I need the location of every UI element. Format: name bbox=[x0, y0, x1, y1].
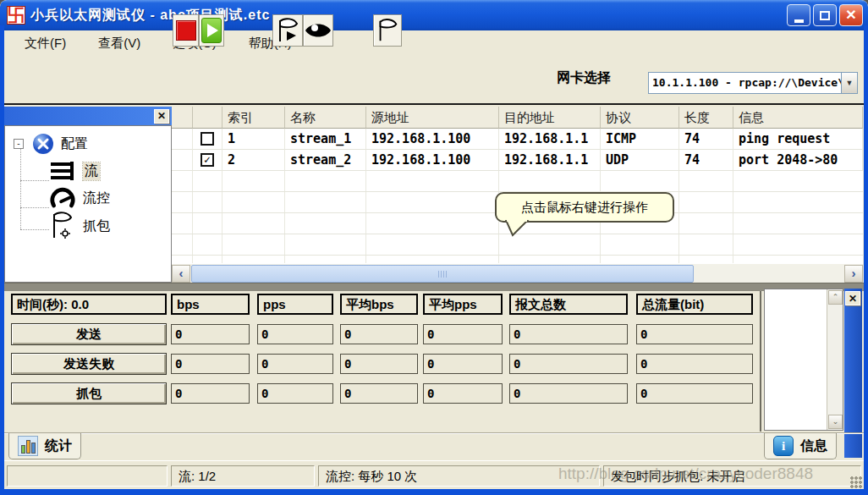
tree-connector bbox=[20, 180, 49, 181]
fail-avg-bps: 0 bbox=[340, 354, 418, 374]
col-header-blank bbox=[172, 107, 193, 129]
globe-tools-icon bbox=[32, 133, 54, 155]
col-header-index: 索引 bbox=[222, 107, 285, 129]
tree-connector bbox=[20, 207, 49, 208]
tree-expand-icon[interactable]: - bbox=[14, 139, 24, 149]
info-panel-close-button[interactable]: ✕ bbox=[845, 291, 860, 305]
capture-row-button[interactable]: 抓包 bbox=[11, 382, 167, 404]
scroll-up-button[interactable]: ⌃ bbox=[828, 290, 843, 305]
col-header-dst: 目的地址 bbox=[499, 107, 601, 129]
horizontal-splitter[interactable] bbox=[4, 283, 864, 291]
app-logo-icon: 卐 bbox=[7, 6, 25, 25]
send-row-button[interactable]: 发送 bbox=[11, 323, 167, 345]
info-vscrollbar[interactable]: ⌃ ⌄ bbox=[827, 289, 843, 430]
start-icon bbox=[201, 18, 222, 43]
col-header-src: 源地址 bbox=[366, 107, 499, 129]
windsock-play-icon bbox=[274, 17, 301, 44]
cap-total-bits: 0 bbox=[636, 383, 753, 404]
tree-node-flow-control[interactable]: 流控 bbox=[49, 187, 110, 210]
nic-select-value: 10.1.1.100 - rpcap://\Device\N bbox=[649, 73, 841, 93]
stream-1-checkbox[interactable] bbox=[201, 132, 214, 146]
fail-total-bits: 0 bbox=[636, 354, 753, 374]
tree-node-config[interactable]: - 配置 bbox=[14, 133, 88, 155]
stop-icon bbox=[176, 20, 196, 41]
cell-index: 2 bbox=[222, 150, 285, 171]
table-row[interactable]: 1 stream_1 192.168.1.100 192.168.1.1 ICM… bbox=[172, 129, 863, 150]
window-controls: ✕ bbox=[787, 4, 863, 26]
minimize-button[interactable] bbox=[787, 4, 810, 26]
menubar: 文件(F) 查看(V) 选项(O) 帮助(H) bbox=[4, 30, 864, 56]
fail-pps: 0 bbox=[257, 354, 333, 374]
resize-grip[interactable] bbox=[850, 476, 862, 488]
scroll-left-button[interactable]: ‹ bbox=[172, 265, 190, 283]
statusbar: 流: 1/2 流控: 每秒 10 次 发包时同步抓包: 未开启 bbox=[4, 460, 864, 489]
menu-file[interactable]: 文件(F) bbox=[16, 33, 74, 54]
nic-select-combobox[interactable]: 10.1.1.100 - rpcap://\Device\N ▼ bbox=[648, 72, 858, 94]
cap-packet-total: 0 bbox=[509, 383, 628, 404]
maximize-button[interactable] bbox=[813, 4, 837, 26]
send-fail-row-button[interactable]: 发送失败 bbox=[11, 353, 167, 375]
titlebar[interactable]: 卐 小兵以太网测试仪 - abc项目测试.etc bbox=[0, 0, 868, 30]
combo-dropdown-button[interactable]: ▼ bbox=[841, 73, 857, 93]
cell-src: 192.168.1.100 bbox=[366, 150, 499, 171]
stats-col-pps: pps bbox=[257, 294, 333, 315]
tree-node-capture[interactable]: 抓包 bbox=[49, 211, 110, 241]
scroll-right-icon: › bbox=[852, 266, 856, 281]
col-header-info: 信息 bbox=[733, 107, 863, 129]
window-border-bottom bbox=[0, 489, 868, 495]
tab-statistics[interactable]: 统计 bbox=[8, 433, 81, 459]
table-row[interactable]: ✓ 2 stream_2 192.168.1.100 192.168.1.1 U… bbox=[172, 150, 863, 171]
scroll-right-button[interactable]: › bbox=[844, 265, 863, 283]
config-panel-close-button[interactable]: ✕ bbox=[154, 109, 169, 124]
windsock-icon bbox=[375, 17, 400, 44]
status-segment-blank bbox=[7, 465, 168, 487]
status-flow-control: 流控: 每秒 10 次 bbox=[318, 465, 600, 487]
bar-chart-icon bbox=[18, 436, 38, 456]
send-avg-bps: 0 bbox=[340, 324, 418, 344]
status-capture-sync: 发包时同步抓包: 未开启 bbox=[603, 465, 861, 487]
tree-node-stream-label: 流 bbox=[83, 162, 100, 180]
stop-button[interactable] bbox=[173, 14, 199, 47]
close-button[interactable]: ✕ bbox=[839, 4, 863, 26]
start-button[interactable] bbox=[199, 14, 224, 47]
window-border-right bbox=[864, 25, 868, 495]
hscroll-thumb[interactable] bbox=[191, 265, 694, 283]
tabstrip-divider bbox=[4, 432, 864, 434]
menu-view[interactable]: 查看(V) bbox=[90, 33, 149, 54]
stats-time-label: 时间(秒): 0.0 bbox=[11, 294, 167, 315]
cell-name: stream_1 bbox=[285, 129, 366, 150]
scroll-down-button[interactable]: ⌄ bbox=[828, 415, 843, 429]
cell-name: stream_2 bbox=[285, 150, 366, 171]
cell-dst: 192.168.1.1 bbox=[499, 129, 601, 150]
windsock-sun-icon bbox=[49, 211, 76, 241]
thumb-grip bbox=[438, 271, 447, 278]
app-window: 卐 小兵以太网测试仪 - abc项目测试.etc ✕ 文件(F) 查看(V) 选… bbox=[0, 0, 868, 495]
tree-connector bbox=[20, 229, 49, 230]
tree-node-capture-label: 抓包 bbox=[83, 217, 110, 235]
cell-dst: 192.168.1.1 bbox=[499, 150, 601, 171]
capture-button[interactable] bbox=[373, 14, 402, 47]
fail-bps: 0 bbox=[171, 354, 250, 374]
statistics-panel: 时间(秒): 0.0 bps pps 平均bps 平均pps 报文总数 总流量(… bbox=[4, 291, 761, 432]
stream-2-checkbox[interactable]: ✓ bbox=[201, 153, 214, 167]
tab-statistics-label: 统计 bbox=[45, 437, 72, 455]
maximize-icon bbox=[820, 11, 830, 20]
capture-start-button[interactable] bbox=[272, 14, 303, 47]
stream-table-header: 索引 名称 源地址 目的地址 协议 长度 信息 bbox=[172, 107, 863, 129]
table-hscrollbar[interactable]: ‹ › bbox=[172, 263, 863, 283]
info-list-panel: ⌃ ⌄ bbox=[764, 289, 843, 431]
tree-connector bbox=[20, 145, 21, 229]
view-button[interactable] bbox=[303, 14, 333, 47]
send-total-bits: 0 bbox=[636, 324, 753, 344]
eye-icon bbox=[304, 20, 332, 41]
tab-info[interactable]: i 信息 bbox=[764, 433, 837, 459]
close-icon: ✕ bbox=[845, 8, 856, 22]
tooltip-tail bbox=[505, 220, 530, 237]
tree-node-stream[interactable]: 流 bbox=[49, 160, 100, 182]
cell-proto: UDP bbox=[601, 150, 679, 171]
stats-col-bps: bps bbox=[171, 294, 250, 315]
stream-table: 索引 名称 源地址 目的地址 协议 长度 信息 1 stream_1 192.1… bbox=[172, 107, 863, 263]
cap-pps: 0 bbox=[257, 383, 333, 404]
fail-avg-pps: 0 bbox=[423, 354, 503, 374]
window-title: 小兵以太网测试仪 - abc项目测试.etc bbox=[30, 7, 270, 25]
